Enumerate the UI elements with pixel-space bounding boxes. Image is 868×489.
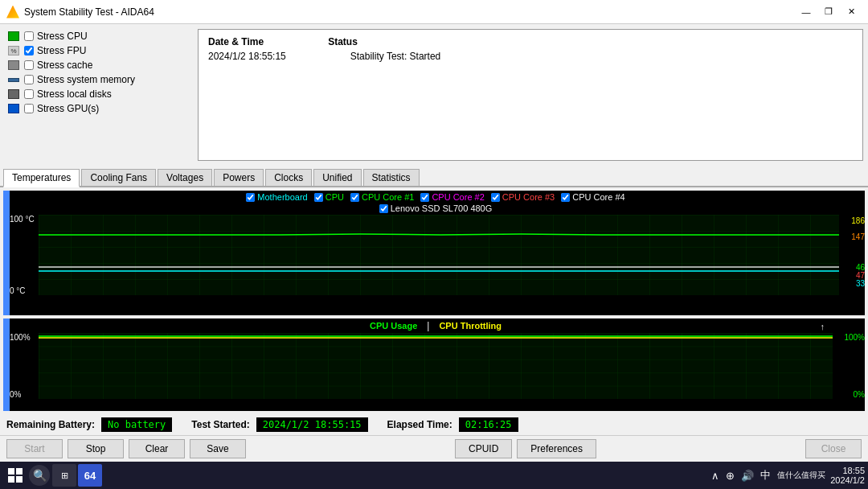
taskbar: 🔍 ⊞ 64 ∧ ⊕ 🔊 中 值什么值得买 18:55 2024/1/2 [0,462,868,489]
info-values: 2024/1/2 18:55:15 Stability Test: Starte… [208,51,853,62]
right-val-33: 33 [856,279,865,288]
legend-ssd: Lenovo SSD SL700 480G [379,203,493,213]
tab-unified[interactable]: Unified [313,169,361,186]
taskbar-clock[interactable]: 18:55 2024/1/2 [830,466,865,485]
close-button[interactable]: ✕ [841,4,862,20]
legend-core2-label: CPU Core #2 [432,192,484,202]
stress-memory-label: Stress system memory [37,74,135,85]
start-button[interactable]: Start [6,439,63,458]
notification-area[interactable]: 值什么值得买 [776,470,827,481]
tray-expand-icon[interactable]: ∧ [710,470,721,482]
tabs-bar: Temperatures Cooling Fans Voltages Power… [0,166,868,187]
minimize-button[interactable]: — [796,4,817,20]
window-controls: — ❐ ✕ [796,4,862,20]
search-button[interactable]: 🔍 [29,465,50,486]
status-header: Status [328,36,358,47]
tab-clocks[interactable]: Clocks [265,169,312,186]
taskview-icon: ⊞ [61,471,68,481]
elapsed-value: 02:16:25 [459,417,518,432]
legend-core1-label: CPU Core #1 [362,192,414,202]
temp-y-bottom: 0 °C [10,286,37,295]
legend-motherboard-cb[interactable] [246,193,255,202]
stress-disk-checkbox[interactable] [24,89,34,99]
taskbar-time-value: 18:55 [830,466,865,475]
stress-cache-item: Stress cache [6,60,186,71]
network-icon[interactable]: ⊕ [724,470,736,482]
cpu-y-bottom: 0% [10,390,37,399]
stress-disk-item: Stress local disks [6,88,186,100]
battery-value: No battery [101,417,172,432]
cpu-right-top: 100% [844,333,865,342]
legend-core3: CPU Core #3 [491,192,555,202]
tab-cooling-fans[interactable]: Cooling Fans [81,169,156,186]
main-content: Stress CPU % Stress FPU Stress cache Str… [0,24,868,166]
volume-icon[interactable]: 🔊 [739,470,755,482]
cursor-indicator: ↑ [821,322,825,331]
legend-core3-cb[interactable] [491,193,500,202]
info-panel: Date & Time Status 2024/1/2 18:55:15 Sta… [193,24,868,166]
stress-gpu-item: Stress GPU(s) [6,103,186,114]
stress-fpu-label: Stress FPU [37,45,86,56]
stress-cpu-label: Stress CPU [37,31,88,42]
tab-powers[interactable]: Powers [214,169,264,186]
cpu-right-bottom: 0% [854,390,865,399]
tabs-container: Temperatures Cooling Fans Voltages Power… [0,166,868,187]
maximize-button[interactable]: ❐ [818,4,839,20]
aida64-taskbar-btn[interactable]: 64 [78,464,102,487]
cpu-throttling-label: CPU Throttling [439,321,502,331]
app-icon [6,6,19,18]
legend-core2-cb[interactable] [420,193,429,202]
start-menu-button[interactable] [3,463,27,487]
legend-core1: CPU Core #1 [350,192,414,202]
stress-cpu-checkbox[interactable] [24,31,34,41]
right-val-186: 186 [851,216,865,225]
tab-statistics[interactable]: Statistics [363,169,420,186]
disk-icon [6,88,21,100]
stress-fpu-item: % Stress FPU [6,45,186,56]
status-bar: Remaining Battery: No battery Test Start… [0,414,868,435]
memory-icon [6,74,21,85]
info-box: Date & Time Status 2024/1/2 18:55:15 Sta… [198,29,863,161]
stress-fpu-checkbox[interactable] [24,46,34,55]
cpu-usage-label: CPU Usage [370,321,417,331]
legend-ssd-cb[interactable] [379,204,388,213]
stress-memory-item: Stress system memory [6,74,186,85]
stress-memory-checkbox[interactable] [24,75,34,84]
info-headers: Date & Time Status [208,36,853,47]
datetime-value: 2024/1/2 18:55:15 [208,51,286,62]
test-started-label: Test Started: [191,419,249,430]
cpu-blue-sidebar [3,318,10,411]
tab-temperatures[interactable]: Temperatures [3,169,80,187]
battery-label: Remaining Battery: [6,419,95,430]
preferences-button[interactable]: Preferences [517,439,596,458]
windows-logo [8,468,23,483]
legend-cpu-cb[interactable] [314,193,323,202]
temp-y-top: 100 °C [10,215,37,224]
search-icon: 🔍 [33,469,47,482]
save-button[interactable]: Save [190,439,246,458]
legend-core3-label: CPU Core #3 [502,192,555,202]
tab-voltages[interactable]: Voltages [158,169,212,186]
task-view-button[interactable]: ⊞ [52,464,76,487]
stress-cpu-item: Stress CPU [6,31,186,42]
legend-separator: | [427,320,429,331]
button-bar: Start Stop Clear Save CPUID Preferences … [0,435,868,462]
legend-cpu-usage: CPU Usage [370,321,417,331]
cpu-chart-svg [39,333,833,399]
title-bar: System Stability Test - AIDA64 — ❐ ✕ [0,0,868,24]
charts-area: Motherboard CPU CPU Core #1 CPU Core #2 … [0,187,868,414]
test-started-value: 2024/1/2 18:55:15 [256,417,368,432]
stop-button[interactable]: Stop [68,439,124,458]
legend-core1-cb[interactable] [350,193,359,202]
ime-icon[interactable]: 中 [759,468,772,483]
clear-button[interactable]: Clear [129,439,185,458]
cpuid-button[interactable]: CPUID [455,439,512,458]
fpu-icon: % [6,45,21,56]
stress-disk-label: Stress local disks [37,88,112,100]
stress-gpu-checkbox[interactable] [24,104,34,113]
legend-core4-cb[interactable] [561,193,570,202]
datetime-header: Date & Time [208,36,264,47]
close-app-button[interactable]: Close [805,439,862,458]
stress-cache-checkbox[interactable] [24,60,34,70]
svg-rect-1 [39,215,839,295]
